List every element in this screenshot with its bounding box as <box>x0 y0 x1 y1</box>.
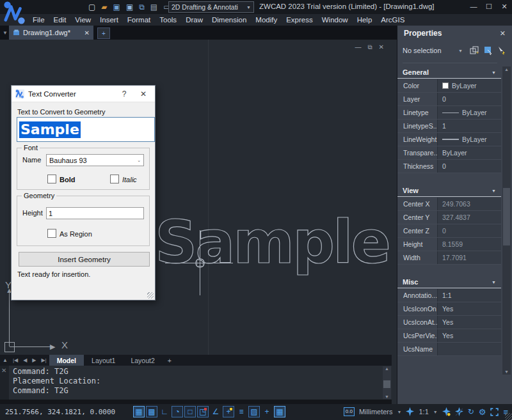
section-header[interactable]: View▼ <box>397 185 501 197</box>
as-region-checkbox[interactable]: As Region <box>47 229 92 238</box>
quick-select-icon[interactable]: + <box>469 45 480 56</box>
toggle-pickadd-icon[interactable] <box>496 45 507 56</box>
chevron-down-icon[interactable]: ▼ <box>458 49 463 53</box>
checkbox-box[interactable] <box>47 175 56 183</box>
mdi-minimize-button[interactable]: — <box>355 43 361 52</box>
layout-nav-2[interactable]: ▶ <box>29 357 38 363</box>
mdi-close-button[interactable]: ✕ <box>379 43 384 52</box>
tab-layout2[interactable]: Layout2 <box>123 355 162 366</box>
scroll-down-icon[interactable]: ▼ <box>502 369 511 374</box>
chevron-down-icon[interactable]: ▼ <box>397 410 402 414</box>
tab-model[interactable]: Model <box>49 355 84 366</box>
property-value[interactable]: 0 <box>437 93 501 105</box>
dialog-close-button[interactable]: ✕ <box>136 89 151 98</box>
menu-view[interactable]: View <box>70 14 95 26</box>
command-window[interactable]: ✕ Command: T2GPlacement Location:Command… <box>0 366 392 400</box>
save-as-icon[interactable]: ▣ <box>126 1 133 13</box>
insert-geometry-button[interactable]: Insert Geometry <box>19 252 150 267</box>
selection-cycling-icon[interactable]: ↻ <box>468 407 474 416</box>
property-value[interactable] <box>437 343 501 355</box>
save-icon[interactable]: ▣ <box>113 1 120 13</box>
chevron-down-icon[interactable]: ▼ <box>492 280 496 284</box>
tab-layout1[interactable]: Layout1 <box>84 355 123 366</box>
open-folder-icon[interactable]: ▰ <box>101 1 107 13</box>
otrack-toggle[interactable]: ∠ <box>210 406 221 417</box>
menu-window[interactable]: Window <box>317 14 353 26</box>
document-tab[interactable]: Drawing1.dwg* ✕ <box>9 26 93 40</box>
auto-annotate-icon[interactable] <box>442 407 451 416</box>
bold-checkbox[interactable]: Bold <box>47 175 75 183</box>
menu-tools[interactable]: Tools <box>155 14 181 26</box>
menu-arcgis[interactable]: ArcGIS <box>376 14 409 26</box>
osnap3d-toggle[interactable]: ◳ <box>197 406 209 417</box>
section-header[interactable]: General▼ <box>397 66 501 79</box>
menu-modify[interactable]: Modify <box>251 14 282 26</box>
dialog-resize-grip[interactable] <box>147 292 154 299</box>
menu-edit[interactable]: Edit <box>49 14 71 26</box>
units-badge[interactable]: 0.0 <box>344 407 355 416</box>
height-input[interactable] <box>46 207 144 219</box>
font-name-select[interactable]: Bauhaus 93 ⌄ <box>46 154 144 166</box>
menu-insert[interactable]: Insert <box>95 14 123 26</box>
layout-nav-1[interactable]: ◀ <box>20 357 29 363</box>
add-selected-toggle[interactable]: + <box>261 406 273 417</box>
mdi-restore-button[interactable]: ⧉ <box>367 43 372 52</box>
annotation-visibility-icon[interactable] <box>406 407 414 416</box>
property-value[interactable]: ByLayer <box>437 146 501 159</box>
plot-icon[interactable]: ⧉ <box>139 1 145 13</box>
property-value[interactable]: ByLayer <box>437 79 501 92</box>
command-close-icon[interactable]: ✕ <box>1 367 6 374</box>
tab-close-icon[interactable]: ✕ <box>84 29 90 36</box>
dyn-input-toggle[interactable]: + <box>223 406 234 417</box>
new-icon[interactable]: ▢ <box>88 1 95 13</box>
grid-toggle[interactable]: ▦ <box>133 406 145 417</box>
menu-help[interactable]: Help <box>353 14 377 26</box>
scrollbar-thumb[interactable] <box>503 188 510 245</box>
text-to-convert-input[interactable]: Sample <box>17 117 155 142</box>
scroll-down-icon[interactable]: ▼ <box>383 394 391 399</box>
close-button[interactable]: ✕ <box>500 1 509 12</box>
dialog-help-button[interactable]: ? <box>116 89 132 98</box>
section-header[interactable]: Misc▼ <box>397 276 501 288</box>
annotation-scale-label[interactable]: 1:1 <box>419 408 428 416</box>
italic-checkbox[interactable]: Italic <box>110 175 137 183</box>
units-label[interactable]: Millimeters <box>359 408 393 416</box>
osnap-toggle[interactable]: □ <box>184 406 196 417</box>
scroll-up-icon[interactable]: ▲ <box>383 366 391 371</box>
resize-grip[interactable] <box>505 413 512 420</box>
command-scrollbar[interactable]: ▲ ▼ <box>383 366 391 399</box>
lineweight-toggle[interactable]: ≡ <box>236 406 247 417</box>
workspace-switcher[interactable]: 2D Drafting & Annotati ▼ <box>168 1 254 13</box>
transparency-toggle[interactable]: ▨ <box>248 406 260 417</box>
checkbox-box[interactable] <box>47 229 56 238</box>
layout-nav-3[interactable]: ▶| <box>38 357 49 363</box>
quick-properties-toggle[interactable]: ▦ <box>274 406 285 417</box>
dialog-title-bar[interactable]: Text Converter ? ✕ <box>12 86 155 102</box>
chevron-down-icon[interactable]: ▼ <box>433 410 438 414</box>
scrollbar-thumb[interactable] <box>383 380 390 388</box>
property-value[interactable]: Yes <box>437 302 501 315</box>
property-value[interactable]: 249.7063 <box>437 198 501 210</box>
property-value[interactable]: 0 <box>437 224 501 237</box>
menu-dimension[interactable]: Dimension <box>207 14 251 26</box>
property-value[interactable]: 327.4837 <box>437 211 501 224</box>
property-value[interactable]: 0 <box>437 160 501 173</box>
selection-dropdown[interactable]: No selection <box>403 47 456 54</box>
property-value[interactable]: Yes <box>437 316 501 329</box>
property-value[interactable]: 8.1559 <box>437 238 501 251</box>
properties-scrollbar[interactable]: ▲ ▼ <box>502 66 511 375</box>
property-value[interactable]: 1:1 <box>437 289 501 302</box>
add-layout-tab[interactable]: + <box>163 355 177 366</box>
menu-draw[interactable]: Draw <box>181 14 207 26</box>
scroll-up-icon[interactable]: ▲ <box>502 67 511 72</box>
property-value[interactable]: 1 <box>437 120 501 132</box>
property-value[interactable]: ByLayer <box>437 106 501 119</box>
chevron-down-icon[interactable]: ▼ <box>492 189 496 193</box>
properties-close-icon[interactable]: ✕ <box>500 29 506 38</box>
layout-nav-0[interactable]: |◀ <box>10 357 20 363</box>
print-icon[interactable]: ▤ <box>150 1 157 13</box>
settings-gear-icon[interactable]: ⚙ <box>479 407 486 417</box>
property-value[interactable]: 17.7091 <box>437 251 501 264</box>
minimize-button[interactable]: — <box>469 1 478 12</box>
snap-toggle[interactable]: ▩ <box>146 406 157 417</box>
